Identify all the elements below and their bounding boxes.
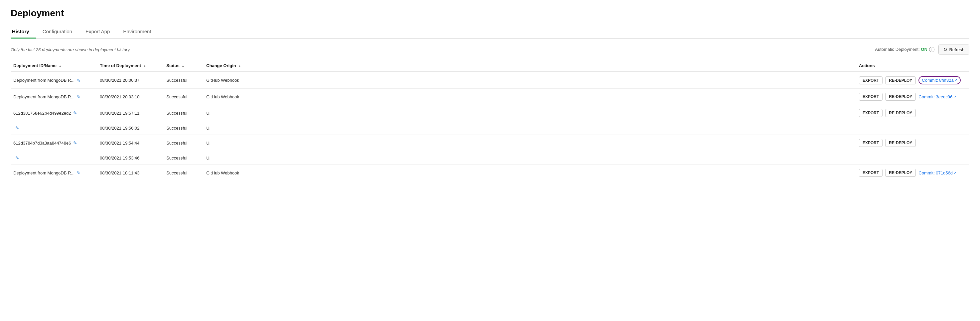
deployment-origin: UI — [204, 151, 856, 165]
deployment-origin: UI — [204, 105, 856, 121]
deployment-status: Successful — [164, 72, 204, 89]
export-button[interactable]: EXPORT — [859, 76, 883, 84]
export-button[interactable]: EXPORT — [859, 139, 883, 147]
actions-cell: EXPORTRE-DEPLOY — [859, 139, 967, 147]
edit-icon[interactable]: ✎ — [73, 140, 77, 145]
auto-deploy-label: Automatic Deployment: ON i — [875, 47, 934, 52]
deployment-time: 08/30/2021 20:06:37 — [97, 72, 164, 89]
deployment-status: Successful — [164, 105, 204, 121]
external-link-icon: ↗ — [953, 171, 956, 175]
redeploy-button[interactable]: RE-DEPLOY — [885, 93, 916, 101]
commit-link[interactable]: Commit: 071d56d ↗ — [918, 171, 956, 176]
actions-cell: EXPORTRE-DEPLOYCommit: 071d56d ↗ — [859, 169, 967, 177]
export-button[interactable]: EXPORT — [859, 93, 883, 101]
export-button[interactable]: EXPORT — [859, 109, 883, 117]
redeploy-button[interactable]: RE-DEPLOY — [885, 109, 916, 117]
deployment-origin: UI — [204, 121, 856, 135]
edit-icon[interactable]: ✎ — [76, 170, 81, 176]
auto-deploy-status: ON — [921, 47, 928, 52]
tab-environment[interactable]: Environment — [116, 25, 158, 38]
deployment-name: 612d3784b7d3a8aa844748e6 — [13, 141, 71, 145]
table-row: Deployment from MongoDB R...✎08/30/2021 … — [11, 72, 969, 89]
refresh-icon: ↻ — [943, 47, 947, 52]
info-notice: Only the last 25 deployments are shown i… — [11, 47, 130, 52]
col-header-status: Status ▲ — [164, 60, 204, 72]
redeploy-button[interactable]: RE-DEPLOY — [885, 139, 916, 147]
tab-configuration[interactable]: Configuration — [36, 25, 79, 38]
edit-icon[interactable]: ✎ — [15, 155, 19, 160]
edit-icon[interactable]: ✎ — [76, 94, 81, 100]
col-header-actions: Actions — [856, 60, 969, 72]
deployment-time: 08/30/2021 20:03:10 — [97, 89, 164, 105]
deployment-name: Deployment from MongoDB R... — [13, 78, 75, 83]
table-header-row: Deployment ID/Name ▲ Time of Deployment … — [11, 60, 969, 72]
deployment-time: 08/30/2021 19:56:02 — [97, 121, 164, 135]
deployment-time: 08/30/2021 18:11:43 — [97, 165, 164, 181]
actions-cell: EXPORTRE-DEPLOYCommit: 8f9f32a ↗ — [859, 76, 967, 84]
sort-arrow-time[interactable]: ▲ — [143, 64, 146, 68]
actions-cell: EXPORTRE-DEPLOYCommit: 3eeec96 ↗ — [859, 93, 967, 101]
page-title: Deployment — [11, 8, 969, 19]
deployment-status: Successful — [164, 121, 204, 135]
deployment-name: Deployment from MongoDB R... — [13, 171, 75, 176]
tab-history[interactable]: History — [11, 25, 36, 38]
info-right: Automatic Deployment: ON i ↻ Refresh — [875, 44, 969, 54]
info-bar: Only the last 25 deployments are shown i… — [11, 44, 969, 54]
deployment-origin: GitHub Webhook — [204, 89, 856, 105]
edit-icon[interactable]: ✎ — [73, 110, 77, 115]
deployment-name: Deployment from MongoDB R... — [13, 94, 75, 100]
deployment-origin: GitHub Webhook — [204, 72, 856, 89]
sort-arrow-origin[interactable]: ▲ — [238, 64, 241, 68]
table-row: Deployment from MongoDB R...✎08/30/2021 … — [11, 165, 969, 181]
deployment-status: Successful — [164, 151, 204, 165]
col-header-time: Time of Deployment ▲ — [97, 60, 164, 72]
deployment-origin: GitHub Webhook — [204, 165, 856, 181]
edit-icon[interactable]: ✎ — [76, 78, 81, 83]
table-row: ✎08/30/2021 19:56:02SuccessfulUI — [11, 121, 969, 135]
actions-cell: EXPORTRE-DEPLOY — [859, 109, 967, 117]
external-link-icon: ↗ — [953, 95, 956, 99]
deployments-table: Deployment ID/Name ▲ Time of Deployment … — [11, 60, 969, 181]
table-row: ✎08/30/2021 19:53:46SuccessfulUI — [11, 151, 969, 165]
edit-icon[interactable]: ✎ — [15, 125, 19, 131]
table-row: 612d381758e62b4d499e2ed2✎08/30/2021 19:5… — [11, 105, 969, 121]
deployment-status: Successful — [164, 165, 204, 181]
table-row: 612d3784b7d3a8aa844748e6✎08/30/2021 19:5… — [11, 135, 969, 151]
export-button[interactable]: EXPORT — [859, 169, 883, 177]
sort-arrow-status[interactable]: ▲ — [181, 64, 185, 68]
info-icon[interactable]: i — [929, 47, 934, 52]
commit-link[interactable]: Commit: 8f9f32a ↗ — [918, 76, 960, 84]
col-header-origin: Change Origin ▲ — [204, 60, 856, 72]
commit-link[interactable]: Commit: 3eeec96 ↗ — [918, 94, 956, 100]
refresh-button[interactable]: ↻ Refresh — [939, 44, 969, 54]
sort-arrow-id[interactable]: ▲ — [59, 64, 62, 68]
tab-bar: History Configuration Export App Environ… — [11, 25, 969, 38]
deployment-origin: UI — [204, 135, 856, 151]
deployment-time: 08/30/2021 19:57:11 — [97, 105, 164, 121]
tab-export-app[interactable]: Export App — [79, 25, 116, 38]
deployment-time: 08/30/2021 19:54:44 — [97, 135, 164, 151]
deployment-name: 612d381758e62b4d499e2ed2 — [13, 111, 71, 115]
redeploy-button[interactable]: RE-DEPLOY — [885, 169, 916, 177]
redeploy-button[interactable]: RE-DEPLOY — [885, 76, 916, 84]
col-header-id: Deployment ID/Name ▲ — [11, 60, 97, 72]
table-row: Deployment from MongoDB R...✎08/30/2021 … — [11, 89, 969, 105]
deployment-time: 08/30/2021 19:53:46 — [97, 151, 164, 165]
deployment-status: Successful — [164, 135, 204, 151]
deployment-status: Successful — [164, 89, 204, 105]
